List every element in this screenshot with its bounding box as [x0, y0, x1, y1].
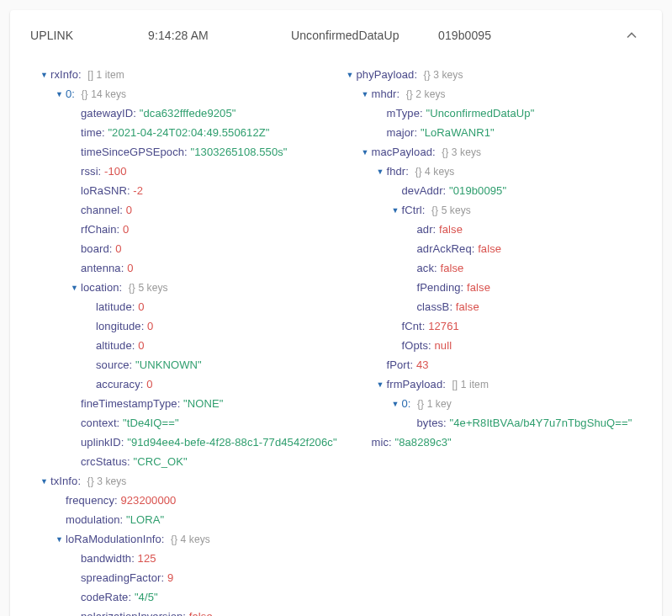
tree-row[interactable]: ▼latitude: 0 — [86, 298, 347, 317]
json-key: mType: — [387, 107, 423, 119]
disclosure-triangle-icon[interactable]: ▼ — [40, 473, 49, 491]
tree-row[interactable]: ▼macPayload: {} 3 keys — [362, 143, 653, 162]
disclosure-triangle-icon[interactable]: ▼ — [362, 86, 370, 104]
disclosure-triangle-icon[interactable]: ▼ — [71, 279, 79, 297]
disclosure-triangle-icon[interactable]: ▼ — [40, 66, 49, 84]
collapse-icon[interactable] — [622, 25, 642, 45]
tree-row[interactable]: ▼fPort: 43 — [377, 356, 653, 375]
json-key: context: — [81, 417, 119, 429]
tree-row[interactable]: ▼loRaModulationInfo: {} 4 keys — [56, 530, 347, 550]
tree-row[interactable]: ▼mhdr: {} 2 keys — [362, 85, 653, 104]
json-value: 0 — [123, 223, 129, 236]
json-value: "8a8289c3" — [394, 436, 451, 449]
tree-row[interactable]: ▼bandwidth: 125 — [71, 550, 347, 569]
tree-row[interactable]: ▼source: "UNKNOWN" — [86, 356, 347, 375]
json-value: "019b0095" — [449, 184, 506, 197]
json-value: -2 — [133, 184, 143, 197]
json-value: -100 — [104, 165, 126, 178]
tree-row[interactable]: ▼major: "LoRaWANR1" — [377, 124, 653, 143]
json-value: "4e+R8ItBVAa/b4Y7u7nTbgShuQ==" — [450, 417, 632, 429]
tree-row[interactable]: ▼altitude: 0 — [86, 337, 347, 356]
tree-row[interactable]: ▼longitude: 0 — [86, 317, 347, 337]
json-value: "LoRaWANR1" — [421, 126, 495, 139]
tree-row[interactable]: ▼location: {} 5 keys — [71, 279, 347, 298]
json-key: longitude: — [96, 320, 144, 332]
tree-row[interactable]: ▼bytes: "4e+R8ItBVAa/b4Y7u7nTbgShuQ==" — [407, 414, 653, 433]
json-value: false — [189, 610, 213, 616]
frame-header[interactable]: UPLINK 9:14:28 AM UnconfirmedDataUp 019b… — [10, 10, 662, 57]
json-meta: [] 1 item — [449, 379, 489, 390]
tree-row[interactable]: ▼mic: "8a8289c3" — [362, 433, 653, 453]
tree-row[interactable]: ▼codeRate: "4/5" — [71, 588, 347, 608]
tree-row[interactable]: ▼ack: false — [407, 259, 653, 279]
tree-row[interactable]: ▼crcStatus: "CRC_OK" — [71, 453, 347, 472]
tree-row[interactable]: ▼rfChain: 0 — [71, 220, 347, 240]
tree-row[interactable]: ▼antenna: 0 — [71, 259, 347, 279]
json-key: bandwidth: — [81, 552, 135, 565]
json-key: fPending: — [417, 281, 464, 294]
frame-card: UPLINK 9:14:28 AM UnconfirmedDataUp 019b… — [10, 10, 662, 616]
frame-body: ▼rxInfo: [] 1 item▼0: {} 14 keys▼gateway… — [10, 57, 662, 616]
json-tree-left: ▼rxInfo: [] 1 item▼0: {} 14 keys▼gateway… — [40, 66, 347, 616]
disclosure-triangle-icon[interactable]: ▼ — [56, 531, 64, 549]
json-key: 0: — [66, 88, 75, 100]
disclosure-triangle-icon[interactable]: ▼ — [377, 376, 385, 394]
tree-row[interactable]: ▼rxInfo: [] 1 item — [40, 66, 347, 85]
tree-row[interactable]: ▼phyPayload: {} 3 keys — [347, 66, 653, 85]
tree-row[interactable]: ▼fOpts: null — [392, 337, 653, 356]
json-value: 9 — [167, 571, 173, 584]
json-key: modulation: — [66, 513, 123, 526]
tree-row[interactable]: ▼spreadingFactor: 9 — [71, 569, 347, 588]
tree-row[interactable]: ▼0: {} 1 key — [392, 395, 653, 414]
tree-row[interactable]: ▼devAddr: "019b0095" — [392, 182, 653, 201]
tree-row[interactable]: ▼time: "2021-04-24T02:04:49.550612Z" — [71, 124, 347, 143]
tree-row[interactable]: ▼timeSinceGPSEpoch: "1303265108.550s" — [71, 143, 347, 162]
tree-row[interactable]: ▼frequency: 923200000 — [56, 491, 347, 511]
tree-row[interactable]: ▼fCtrl: {} 5 keys — [392, 201, 653, 220]
json-value: false — [478, 242, 501, 255]
disclosure-triangle-icon[interactable]: ▼ — [56, 86, 64, 104]
json-meta: {} 1 key — [415, 398, 452, 410]
json-value: null — [435, 339, 452, 352]
tree-row[interactable]: ▼fCnt: 12761 — [392, 317, 653, 337]
json-key: macPayload: — [372, 146, 436, 158]
tree-row[interactable]: ▼polarizationInversion: false — [71, 608, 347, 616]
tree-row[interactable]: ▼board: 0 — [71, 240, 347, 259]
tree-row[interactable]: ▼context: "tDe4IQ==" — [71, 414, 347, 433]
tree-row[interactable]: ▼modulation: "LORA" — [56, 511, 347, 530]
json-key: mic: — [372, 436, 392, 449]
json-key: time: — [81, 126, 105, 139]
tree-row[interactable]: ▼classB: false — [407, 298, 653, 317]
json-key: gatewayID: — [81, 107, 136, 119]
json-meta: {} 3 keys — [84, 475, 126, 487]
json-key: txInfo: — [50, 475, 81, 487]
disclosure-triangle-icon[interactable]: ▼ — [377, 163, 385, 181]
tree-row[interactable]: ▼frmPayload: [] 1 item — [377, 375, 653, 395]
disclosure-triangle-icon[interactable]: ▼ — [347, 66, 355, 84]
tree-row[interactable]: ▼fPending: false — [407, 279, 653, 298]
tree-row[interactable]: ▼txInfo: {} 3 keys — [40, 472, 347, 491]
json-key: fhdr: — [387, 165, 410, 178]
json-value: "1303265108.550s" — [191, 146, 288, 158]
json-key: source: — [96, 358, 132, 371]
json-key: adrAckReq: — [417, 242, 475, 255]
tree-row[interactable]: ▼adrAckReq: false — [407, 240, 653, 259]
json-key: location: — [81, 281, 122, 294]
tree-row[interactable]: ▼channel: 0 — [71, 201, 347, 220]
tree-row[interactable]: ▼accuracy: 0 — [86, 375, 347, 395]
disclosure-triangle-icon[interactable]: ▼ — [392, 202, 400, 220]
disclosure-triangle-icon[interactable]: ▼ — [362, 144, 370, 162]
tree-row[interactable]: ▼fineTimestampType: "NONE" — [71, 395, 347, 414]
tree-row[interactable]: ▼loRaSNR: -2 — [71, 182, 347, 201]
tree-row[interactable]: ▼gatewayID: "dca632fffede9205" — [71, 104, 347, 124]
tree-row[interactable]: ▼mType: "UnconfirmedDataUp" — [377, 104, 653, 124]
tree-row[interactable]: ▼rssi: -100 — [71, 162, 347, 182]
tree-row[interactable]: ▼fhdr: {} 4 keys — [377, 162, 653, 182]
json-value: false — [456, 300, 479, 313]
json-value: false — [467, 281, 490, 294]
tree-row[interactable]: ▼0: {} 14 keys — [56, 85, 347, 104]
json-value: 0 — [146, 378, 152, 390]
disclosure-triangle-icon[interactable]: ▼ — [392, 396, 400, 413]
tree-row[interactable]: ▼adr: false — [407, 220, 653, 240]
tree-row[interactable]: ▼uplinkID: "91d94ee4-befe-4f28-88c1-77d4… — [71, 433, 347, 453]
